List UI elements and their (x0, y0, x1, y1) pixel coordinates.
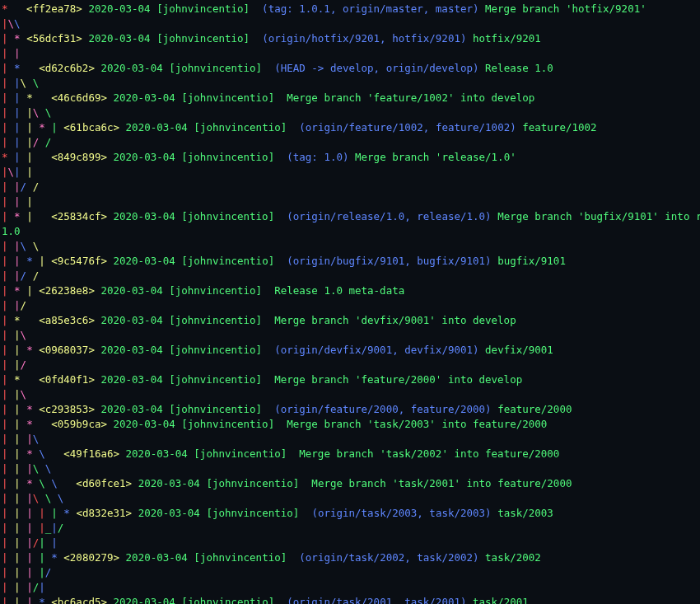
commit-line: | * <56dcf31> 2020-03-04 [johnvincentio]… (2, 32, 541, 44)
commit-line: * <ff2ea78> 2020-03-04 [johnvincentio] (… (2, 2, 646, 15)
graph-line: | | | (2, 195, 33, 208)
graph-line: | | |/| (2, 581, 45, 593)
graph-line: | |/ (2, 299, 26, 311)
commit-line: | | * | <9c5476f> 2020-03-04 [johnvincen… (2, 255, 566, 267)
graph-line: | |/ / (2, 269, 39, 282)
graph-line: | | (2, 47, 21, 59)
commit-line: | | | | * <2080279> 2020-03-04 [johnvinc… (2, 551, 541, 564)
graph-line: | | | |/ (2, 566, 51, 578)
commit-line: | | * <0968037> 2020-03-04 [johnvincenti… (2, 344, 553, 356)
commit-line: | * | <26238e8> 2020-03-04 [johnvincenti… (2, 284, 404, 297)
graph-line: | | | |_|/ (2, 522, 63, 534)
graph-line: | |\ (2, 388, 26, 400)
graph-line: | |/ / (2, 180, 39, 193)
graph-line: | | |/ / (2, 136, 51, 148)
graph-line: | |\ (2, 329, 26, 341)
graph-line: | | |\ (2, 433, 39, 445)
commit-line: | | * <c293853> 2020-03-04 [johnvincenti… (2, 403, 572, 415)
commit-line: | * <d62c6b2> 2020-03-04 [johnvincentio]… (2, 62, 553, 74)
commit-line: | * <0fd40f1> 2020-03-04 [johnvincentio]… (2, 373, 522, 386)
commit-line: | * <a85e3c6> 2020-03-04 [johnvincentio]… (2, 314, 516, 326)
graph-line: | | |\ \ (2, 462, 51, 475)
graph-line: | |/ (2, 358, 26, 371)
graph-line: | |\ \ (2, 240, 39, 252)
commit-line: | | * <46c6d69> 2020-03-04 [johnvincenti… (2, 91, 534, 104)
commit-line: | | | | | * <d832e31> 2020-03-04 [johnvi… (2, 507, 553, 519)
graph-line: |\\ (2, 17, 21, 30)
graph-line: | | |\ \ \ (2, 492, 63, 504)
graph-line: | | |/| | (2, 536, 58, 549)
graph-line: | | |\ \ (2, 106, 51, 119)
commit-line: | * | <25834cf> 2020-03-04 [johnvincenti… (2, 210, 700, 222)
graph-line: | |\ \ (2, 77, 39, 89)
commit-line: | | * \ \ <d60fce1> 2020-03-04 [johnvinc… (2, 477, 572, 489)
commit-line: | | * \ <49f16a6> 2020-03-04 [johnvincen… (2, 447, 559, 460)
commit-line: | | * <059b9ca> 2020-03-04 [johnvincenti… (2, 418, 547, 430)
commit-line: | | | * <bc6acd5> 2020-03-04 [johnvincen… (2, 596, 529, 604)
commit-line: * | | <849c899> 2020-03-04 [johnvincenti… (2, 151, 516, 163)
graph-line: |\| | (2, 166, 33, 178)
commit-line: | | | * | <61bca6c> 2020-03-04 [johnvinc… (2, 121, 597, 133)
git-log-output: * <ff2ea78> 2020-03-04 [johnvincentio] (… (0, 0, 700, 604)
